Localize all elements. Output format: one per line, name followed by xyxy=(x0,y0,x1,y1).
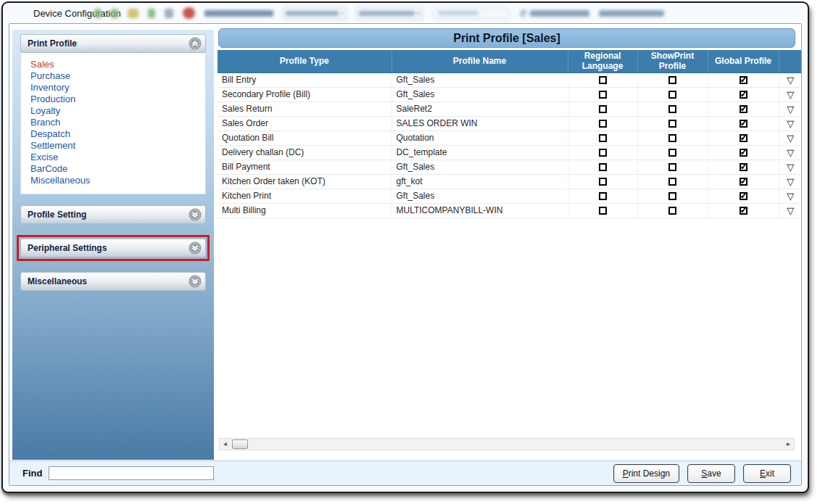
checkbox-global-profile[interactable] xyxy=(740,105,747,113)
sidebar-item-excise[interactable]: Excise xyxy=(30,152,205,163)
sidebar-item-inventory[interactable]: Inventory xyxy=(30,82,205,94)
table-body: Bill EntryGft_Sales▽Secondary Profile (B… xyxy=(218,73,802,218)
chevron-down-circle-icon[interactable] xyxy=(189,208,202,221)
filter-icon[interactable]: ▽ xyxy=(787,89,794,100)
checkbox-regional-language[interactable] xyxy=(599,149,607,157)
section-header-profile-setting[interactable]: Profile Setting xyxy=(20,205,206,224)
filter-icon[interactable]: ▽ xyxy=(787,191,794,202)
sidebar-item-production[interactable]: Production xyxy=(30,94,205,105)
main-area: Print Profile [Sales] Profile Type Profi… xyxy=(218,28,796,460)
filter-icon[interactable]: ▽ xyxy=(787,147,794,158)
: ▽ xyxy=(779,73,802,87)
scroll-right-icon[interactable]: ► xyxy=(783,441,794,447)
filter-icon[interactable]: ▽ xyxy=(787,176,794,187)
table-row[interactable]: Delivery challan (DC)DC_template▽ xyxy=(218,145,802,160)
 xyxy=(568,203,637,218)
scroll-left-icon[interactable]: ◄ xyxy=(220,441,231,447)
checkbox-showprint-profile[interactable] xyxy=(668,105,676,113)
checkbox-regional-language[interactable] xyxy=(599,76,607,84)
sidebar-item-purchase[interactable]: Purchase xyxy=(30,70,205,82)
filter-icon[interactable]: ▽ xyxy=(787,133,794,144)
profile-name-cell: gft_kot xyxy=(392,174,568,189)
table-row[interactable]: Bill EntryGft_Sales▽ xyxy=(218,73,802,87)
 xyxy=(637,174,708,189)
profile-type-cell: Delivery challan (DC) xyxy=(218,145,392,160)
checkbox-regional-language[interactable] xyxy=(599,120,607,128)
checkbox-regional-language[interactable] xyxy=(599,192,607,200)
horizontal-scrollbar[interactable]: ◄ ► xyxy=(219,438,795,450)
profile-type-cell: Secondary Profile (Bill) xyxy=(218,87,392,102)
sidebar-item-barcode[interactable]: BarCode xyxy=(30,163,205,175)
checkbox-global-profile[interactable] xyxy=(740,178,747,186)
checkbox-global-profile[interactable] xyxy=(740,163,747,171)
table-row[interactable]: Sales ReturnSaleRet2▽ xyxy=(218,102,802,116)
blurred-search-box[interactable] xyxy=(432,7,510,20)
section-header-miscellaneous[interactable]: Miscellaneous xyxy=(20,272,206,291)
table-row[interactable]: Kitchen PrintGft_Sales▽ xyxy=(218,189,802,203)
checkbox-showprint-profile[interactable] xyxy=(668,134,676,142)
section-header-print-profile[interactable]: Print Profile xyxy=(20,34,206,53)
sidebar-item-branch[interactable]: Branch xyxy=(30,117,205,128)
chevron-up-circle-icon[interactable] xyxy=(189,37,202,50)
checkbox-showprint-profile[interactable] xyxy=(668,76,676,84)
sidebar-item-sales[interactable]: Sales xyxy=(30,59,205,70)
filter-icon[interactable]: ▽ xyxy=(787,118,794,129)
filter-icon[interactable]: ▽ xyxy=(787,205,794,216)
checkbox-showprint-profile[interactable] xyxy=(668,207,676,215)
scrollbar-thumb[interactable] xyxy=(232,439,248,449)
checkbox-showprint-profile[interactable] xyxy=(668,91,676,99)
 xyxy=(637,189,708,203)
table-row[interactable]: Bill PaymentGft_Sales▽ xyxy=(218,160,802,174)
checkbox-showprint-profile[interactable] xyxy=(668,163,676,171)
table-row[interactable]: Multi BillingMULTICOMPANYBILL-WIN▽ xyxy=(218,203,802,218)
sidebar-item-miscellaneous[interactable]: Miscellaneous xyxy=(30,175,205,186)
table-row[interactable]: Secondary Profile (Bill)Gft_Sales▽ xyxy=(218,87,802,102)
filter-icon[interactable]: ▽ xyxy=(787,162,794,173)
column-header-profile-name[interactable]: Profile Name xyxy=(392,50,568,73)
checkbox-global-profile[interactable] xyxy=(740,207,747,215)
sidebar-item-despatch[interactable]: Despatch xyxy=(30,128,205,140)
checkbox-regional-language[interactable] xyxy=(599,178,607,186)
column-header-global-profile[interactable]: Global Profile xyxy=(708,50,779,73)
column-header-profile-type[interactable]: Profile Type xyxy=(218,50,392,73)
exit-button[interactable]: Exit xyxy=(743,464,791,483)
 xyxy=(637,73,708,87)
checkbox-showprint-profile[interactable] xyxy=(668,149,676,157)
checkbox-showprint-profile[interactable] xyxy=(668,178,676,186)
blurred-dropdown[interactable]: ▾ xyxy=(356,7,423,20)
save-button[interactable]: Save xyxy=(687,464,735,483)
find-input[interactable] xyxy=(49,466,214,480)
checkbox-global-profile[interactable] xyxy=(740,76,747,84)
checkbox-regional-language[interactable] xyxy=(599,163,607,171)
sidebar-item-settlement[interactable]: Settlement xyxy=(30,140,205,152)
blurred-dropdown[interactable]: ▾ xyxy=(283,7,347,20)
profile-name-cell: Quotation xyxy=(392,131,568,145)
section-header-peripheral-settings[interactable]: Peripheral Settings xyxy=(20,239,206,257)
 xyxy=(708,102,779,116)
column-header-showprint-profile[interactable]: ShowPrint Profile xyxy=(637,50,708,73)
table-row[interactable]: Sales OrderSALES ORDER WIN▽ xyxy=(218,116,802,131)
checkbox-global-profile[interactable] xyxy=(740,192,747,200)
print-design-button[interactable]: Print Design xyxy=(613,464,679,483)
chevron-down-circle-icon[interactable] xyxy=(189,275,202,288)
checkbox-showprint-profile[interactable] xyxy=(668,192,676,200)
checkbox-global-profile[interactable] xyxy=(740,91,747,99)
checkbox-global-profile[interactable] xyxy=(740,120,747,128)
filter-icon[interactable]: ▽ xyxy=(787,75,794,86)
checkbox-global-profile[interactable] xyxy=(740,134,747,142)
column-header-regional-language[interactable]: Regional Language xyxy=(568,50,637,73)
table-row[interactable]: Kitchen Order taken (KOT)gft_kot▽ xyxy=(218,174,802,189)
checkbox-global-profile[interactable] xyxy=(740,149,747,157)
checkbox-showprint-profile[interactable] xyxy=(668,120,676,128)
sidebar-item-loyalty[interactable]: Loyalty xyxy=(30,105,205,117)
chevron-down-circle-icon[interactable] xyxy=(189,241,202,255)
checkbox-regional-language[interactable] xyxy=(599,91,607,99)
table-row[interactable]: Quotation BillQuotation▽ xyxy=(218,131,802,145)
checkbox-regional-language[interactable] xyxy=(599,134,607,142)
filter-icon[interactable]: ▽ xyxy=(787,104,794,115)
 xyxy=(708,203,779,218)
profile-type-cell: Sales Order xyxy=(218,116,392,131)
checkbox-regional-language[interactable] xyxy=(599,105,607,113)
checkbox-regional-language[interactable] xyxy=(599,207,607,215)
profile-type-cell: Bill Payment xyxy=(218,160,392,174)
